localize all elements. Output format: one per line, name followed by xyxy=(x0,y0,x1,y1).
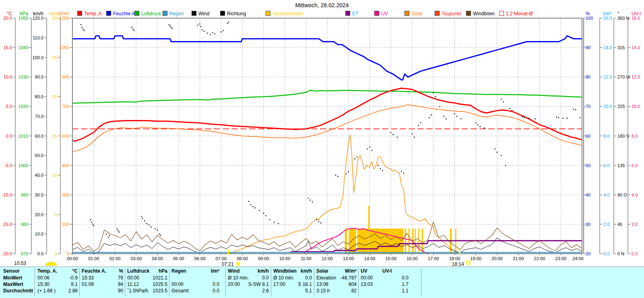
direction-dot xyxy=(401,171,402,172)
table-cell-value: 2.86 xyxy=(68,288,78,294)
half-sun-icon xyxy=(45,262,57,265)
table-cell-time: 11:12 xyxy=(127,281,139,288)
column-unit: UV-I xyxy=(382,268,392,274)
table-cell-value: S 16.1 xyxy=(298,281,312,288)
axis-tick-label: 450 xyxy=(62,163,69,168)
x-tick-label: 22:00 xyxy=(534,256,545,261)
column-header: Feuchte A. xyxy=(82,268,106,274)
direction-dot xyxy=(92,224,93,225)
direction-dot xyxy=(210,34,211,35)
axis-tick-label: 750 xyxy=(62,104,69,109)
direction-dot xyxy=(83,29,83,29)
direction-dot xyxy=(524,117,525,118)
direction-dot xyxy=(169,24,169,25)
axis-tick-label: 90.0 xyxy=(35,74,43,79)
axis-tick-label: 6.0 xyxy=(603,163,609,168)
x-tick-label: 09:00 xyxy=(258,256,269,261)
axis-tick-label: 50 xyxy=(586,163,590,168)
direction-dot xyxy=(439,106,440,107)
direction-dot xyxy=(310,200,311,201)
direction-dot xyxy=(118,230,118,231)
x-tick-label: 24:00 xyxy=(572,256,584,261)
direction-dot xyxy=(556,116,557,117)
axis-tick-label: 90 xyxy=(586,45,590,50)
column-unit: W/m² xyxy=(345,268,357,274)
direction-dot xyxy=(390,132,391,133)
axis-tick-label: 0.0 xyxy=(603,251,609,256)
axis-tick-label: 20.0 xyxy=(35,212,43,217)
stats-table: SensorMinWertMaxWertDurchschnittTemp. A.… xyxy=(0,267,644,298)
axis-tick-label: 180 S xyxy=(617,134,629,139)
table-cell-value: 1023.5 xyxy=(153,288,167,294)
direction-dot xyxy=(269,219,270,220)
column-header: Windböen xyxy=(273,268,297,274)
direction-dot xyxy=(567,118,568,118)
direction-dot xyxy=(433,92,434,93)
axis-tick-label: 0.0 xyxy=(632,251,638,256)
axis-tick-label: 5 xyxy=(55,212,57,217)
direction-dot xyxy=(382,170,383,171)
sunset-square-icon xyxy=(467,261,470,264)
table-cell-time: 00:00 xyxy=(361,275,373,281)
table-cell-value: 0.0 xyxy=(402,275,409,281)
axis-tick-label: 40.0 xyxy=(35,173,43,178)
direction-dot xyxy=(278,223,279,224)
direction-dot xyxy=(446,118,446,119)
column-unit: km/h xyxy=(258,268,269,274)
direction-dot xyxy=(169,25,170,26)
direction-dot xyxy=(207,33,208,33)
direction-dot xyxy=(503,101,504,102)
axis-tick-label: 30 xyxy=(586,222,590,227)
direction-dot xyxy=(369,147,370,147)
axis-tick-label: 1040 xyxy=(19,45,28,50)
direction-dot xyxy=(316,219,317,220)
sunshine-bar xyxy=(405,229,407,254)
x-tick-label: 01:00 xyxy=(88,256,99,261)
direction-dot xyxy=(204,31,204,31)
table-cell-time: ˆ1.0hPa/h xyxy=(127,288,148,294)
direction-dot xyxy=(444,116,444,117)
row-label: Durchschnitt xyxy=(3,288,33,294)
sunrise-label: 07:21 xyxy=(222,261,234,267)
axis-tick-label: 25 xyxy=(52,55,57,60)
axis-tick-label: 6.0 xyxy=(632,163,638,168)
direction-dot xyxy=(80,24,81,25)
axis-tick-label: 120.0 xyxy=(32,16,43,21)
row-label: MaxWert xyxy=(3,281,23,288)
direction-dot xyxy=(431,114,431,115)
axis-tick-label: 135 xyxy=(617,163,625,168)
table-cell-value: 0.0 xyxy=(305,275,312,281)
table-divider xyxy=(271,268,271,296)
direction-dot xyxy=(84,30,85,31)
direction-dot xyxy=(522,116,523,117)
table-cell-time: 00:06 xyxy=(37,275,50,281)
direction-dot xyxy=(228,22,229,23)
x-tick-label: 06:00 xyxy=(194,256,206,261)
axis-tick-label: 1050 xyxy=(60,45,69,50)
table-cell-value: 0.0 xyxy=(213,288,219,294)
direction-dot xyxy=(91,222,92,223)
x-tick-label: 18:00 xyxy=(449,256,460,261)
direction-dot xyxy=(509,108,510,109)
column-header: UV xyxy=(361,268,367,274)
axis-tick-label: 16.0 xyxy=(603,16,612,21)
sunshine-bar xyxy=(418,229,419,254)
axis-tick-label: 2.0 xyxy=(603,222,609,227)
axis-tick-label: 1030 xyxy=(19,74,28,79)
axis-tick-label: 60.0 xyxy=(35,134,43,139)
axis-tick-label: 0 xyxy=(67,251,69,256)
direction-dot xyxy=(460,118,461,119)
direction-dot xyxy=(512,110,512,111)
axis-tick-label: 970 xyxy=(21,251,28,256)
x-tick-label: 15:00 xyxy=(385,256,396,261)
x-tick-label: 00:00 xyxy=(67,256,78,261)
x-tick-label: 20:00 xyxy=(491,256,503,261)
direction-dot xyxy=(90,219,91,220)
axis-tick-label: 1050 xyxy=(19,16,28,21)
table-divider xyxy=(125,268,125,296)
axis-tick-label: 70 xyxy=(586,104,590,109)
row-label: MinWert xyxy=(3,275,22,281)
column-header: Solar xyxy=(316,268,328,274)
x-tick-label: 10:00 xyxy=(279,256,291,261)
table-cell-time: 13:06 xyxy=(316,281,328,288)
